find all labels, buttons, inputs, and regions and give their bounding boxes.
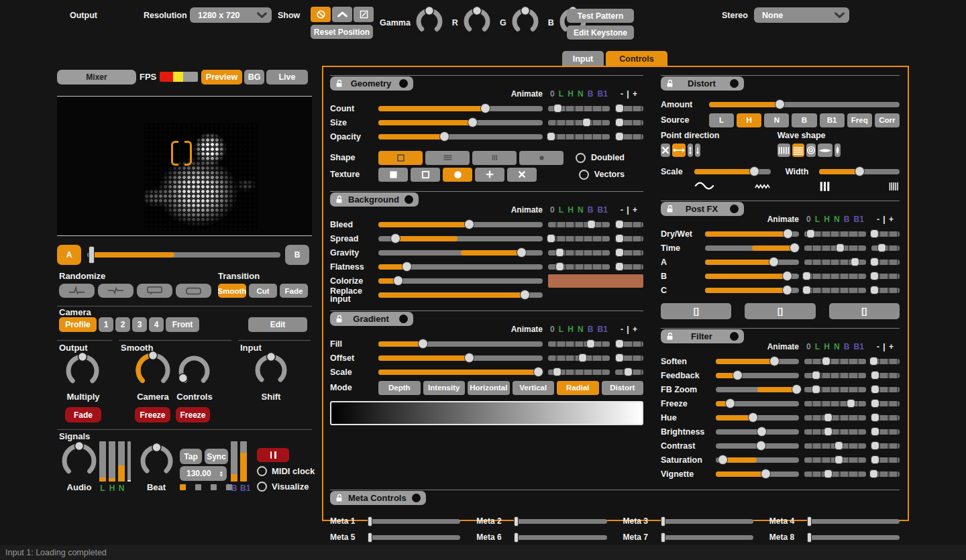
freeze-mod-mini[interactable] xyxy=(871,401,900,406)
dry-wet-animate-mini[interactable] xyxy=(804,231,866,237)
beat-knob[interactable] xyxy=(138,443,175,482)
blob-v-button[interactable] xyxy=(835,144,841,157)
a-mod-mini[interactable] xyxy=(871,260,900,265)
mini-handle[interactable] xyxy=(555,262,564,271)
scale-slider[interactable] xyxy=(378,370,543,375)
time-mod-mini[interactable] xyxy=(871,245,900,251)
bpm-stepper[interactable]: 130.00 ▲▼ xyxy=(180,466,227,481)
soften-slider[interactable] xyxy=(716,359,799,364)
transition-button-cut[interactable]: Cut xyxy=(249,284,277,298)
dry-wet-mod-mini[interactable] xyxy=(871,231,900,237)
meta-6-slider[interactable] xyxy=(514,535,606,540)
stereo-dropdown[interactable]: None xyxy=(754,7,849,23)
mini-handle[interactable] xyxy=(871,371,879,380)
camera-button-2[interactable]: 2 xyxy=(115,317,130,332)
section-dot[interactable] xyxy=(405,195,413,204)
arrow-v-button[interactable] xyxy=(688,144,693,157)
mini-handle[interactable] xyxy=(870,229,879,238)
randomize-button-bubble[interactable] xyxy=(137,284,172,298)
visualize-radio[interactable] xyxy=(257,482,267,492)
section-dot[interactable] xyxy=(412,494,421,502)
mini-handle[interactable] xyxy=(836,243,845,252)
opacity-slider[interactable] xyxy=(378,134,543,139)
mini-handle[interactable] xyxy=(553,104,562,113)
animate-token-l[interactable]: L xyxy=(559,89,564,99)
mini-handle[interactable] xyxy=(871,413,879,422)
mini-handle[interactable] xyxy=(587,220,596,229)
depth-button[interactable]: Depth xyxy=(378,381,421,395)
flatness-mod-mini[interactable] xyxy=(615,264,643,270)
animate-token-h[interactable]: H xyxy=(568,325,574,334)
edit-keystone-button[interactable]: Edit Keystone xyxy=(567,25,634,40)
section-tab-filter[interactable]: Filter xyxy=(661,329,744,343)
fade-button[interactable]: Fade xyxy=(65,407,101,423)
mini-handle[interactable] xyxy=(877,243,886,252)
shift-knob[interactable] xyxy=(253,352,289,391)
mini-handle[interactable] xyxy=(802,272,811,280)
crossfader-b-button[interactable]: B xyxy=(285,245,309,265)
mini-handle[interactable] xyxy=(615,220,624,229)
slider-handle[interactable] xyxy=(769,356,780,366)
slider-handle[interactable] xyxy=(517,247,527,258)
slider-handle[interactable] xyxy=(520,290,530,300)
mini-handle[interactable] xyxy=(547,132,555,141)
radial-button[interactable]: Radial xyxy=(557,381,599,395)
c-slider[interactable] xyxy=(705,288,799,293)
tab-input[interactable]: Input xyxy=(562,51,604,66)
view-button-bg[interactable]: BG xyxy=(244,70,264,85)
saturation-animate-mini[interactable] xyxy=(804,457,866,463)
mini-handle[interactable] xyxy=(812,371,820,380)
sync-button[interactable]: Sync xyxy=(205,449,228,464)
animate-token-0[interactable]: 0 xyxy=(806,215,811,224)
animate-token-b1[interactable]: B1 xyxy=(598,205,608,215)
mini-handle[interactable] xyxy=(624,368,633,376)
slider-handle[interactable] xyxy=(661,533,665,543)
animate-token-0[interactable]: 0 xyxy=(550,205,555,215)
slider-handle[interactable] xyxy=(761,469,771,479)
section-tab-geometry[interactable]: Geometry xyxy=(330,76,413,91)
offset-mod-mini[interactable] xyxy=(615,355,643,361)
section-tab-distort[interactable]: Distort xyxy=(661,76,744,91)
slider-handle[interactable] xyxy=(782,285,792,295)
section-tab-postfx[interactable]: Post FX xyxy=(661,202,744,216)
camera-button-3[interactable]: 3 xyxy=(132,317,147,332)
section-tab-background[interactable]: Background xyxy=(330,192,419,207)
tab-controls[interactable]: Controls xyxy=(606,51,667,66)
section-dot[interactable] xyxy=(399,315,408,323)
preset-button-3[interactable]: [] xyxy=(829,303,900,319)
slider-handle[interactable] xyxy=(725,398,735,408)
animate-token-b[interactable]: B xyxy=(844,215,850,224)
audio-knob[interactable] xyxy=(60,441,99,483)
fill-mod-mini[interactable] xyxy=(615,341,643,347)
b-button[interactable]: B xyxy=(792,113,816,127)
slider-handle[interactable] xyxy=(748,412,758,423)
soften-mod-mini[interactable] xyxy=(871,359,900,364)
freq-button[interactable]: Freq xyxy=(847,113,872,127)
tap-button[interactable]: Tap xyxy=(180,449,202,464)
mini-handle[interactable] xyxy=(870,258,879,266)
dot-button[interactable] xyxy=(519,151,564,165)
scale-animate-mini[interactable] xyxy=(548,370,610,375)
size-mod-mini[interactable] xyxy=(615,120,643,125)
animate-ops[interactable]: - | + xyxy=(871,342,900,351)
gravity-slider[interactable] xyxy=(378,250,543,256)
slider-handle[interactable] xyxy=(790,243,800,253)
fb-zoom-slider[interactable] xyxy=(716,387,799,392)
animate-token-0[interactable]: 0 xyxy=(550,89,555,99)
replace-input-slider[interactable] xyxy=(378,292,543,298)
animate-token-0[interactable]: 0 xyxy=(550,325,555,334)
crossfader-a-button[interactable]: A xyxy=(57,245,81,265)
arrows-cross-button[interactable] xyxy=(661,144,670,157)
meta-7-slider[interactable] xyxy=(661,535,753,540)
r-knob[interactable] xyxy=(462,6,492,40)
mini-handle[interactable] xyxy=(615,248,624,257)
dry-wet-slider[interactable] xyxy=(705,231,799,237)
flatness-animate-mini[interactable] xyxy=(548,264,610,270)
mini-handle[interactable] xyxy=(812,385,820,394)
n-button[interactable]: N xyxy=(764,113,789,127)
h-button[interactable]: H xyxy=(737,113,761,127)
gravity-animate-mini[interactable] xyxy=(548,250,610,256)
blob-h-button[interactable] xyxy=(818,144,833,157)
hue-animate-mini[interactable] xyxy=(804,415,866,421)
midi-clock-radio[interactable] xyxy=(257,466,267,476)
